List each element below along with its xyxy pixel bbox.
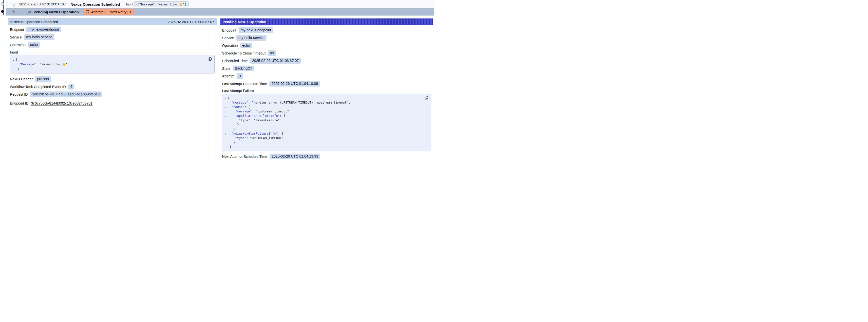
field-endpoint: Endpoint my-nexus-endpoint bbox=[222, 27, 431, 33]
retry-icon bbox=[85, 10, 89, 14]
json-line: ∨{ bbox=[224, 96, 424, 100]
input-section-label: Input bbox=[10, 50, 215, 55]
field-next-attempt-schedule-time: Next Attempt Schedule Time 2025-02-26 UT… bbox=[222, 154, 431, 159]
field-value-badge: my-nexus-endpoint bbox=[239, 27, 273, 33]
json-line: "Message": "Nexus Echo 👋" bbox=[11, 62, 207, 67]
field-service: Service my-hello-service bbox=[10, 34, 215, 40]
chevron-gutter bbox=[224, 110, 228, 114]
pending-operation-panel: Pending Nexus Operation Endpoint my-nexu… bbox=[220, 18, 433, 161]
json-line: ∨ "cause": { bbox=[224, 105, 424, 109]
event-marker-open-circle-icon bbox=[1, 2, 4, 5]
chevron-gutter bbox=[224, 127, 228, 132]
pending-operation-panel-header: Pending Nexus Operation bbox=[220, 19, 433, 25]
field-operation: Operation echo bbox=[222, 43, 431, 48]
chevron-gutter bbox=[224, 123, 228, 127]
json-line: } bbox=[11, 67, 207, 71]
pending-asterisk-icon bbox=[28, 10, 32, 14]
json-line: "type": "UPSTREAM_TIMEOUT" bbox=[224, 136, 424, 140]
field-value-badge: 3 bbox=[237, 73, 243, 79]
timeline-active-bar bbox=[3, 0, 4, 15]
field-workflow-task-completed-event-id: Workflow Task Completed Event ID 4 bbox=[10, 84, 215, 90]
field-endpoint: Endpoint my-nexus-endpoint bbox=[10, 27, 215, 32]
json-line: } bbox=[224, 145, 424, 149]
event-input-preview-chip[interactable]: {"Message":"Nexus Echo 👋"} bbox=[134, 1, 188, 7]
field-value-badge: 4 bbox=[68, 84, 74, 90]
field-value-badge: 3e829b7e-7d67-4b08-aad3-b1e868bfe9e0 bbox=[30, 92, 102, 97]
chevron-down-icon[interactable]: ∨ bbox=[224, 96, 228, 101]
attempt-retry-text: Attempt 3 · Next Retry 0s bbox=[91, 10, 131, 14]
chevron-gutter bbox=[224, 136, 228, 141]
json-line: } bbox=[224, 140, 424, 145]
copy-icon bbox=[208, 57, 212, 61]
field-scheduled-time: Scheduled Time 2025-02-26 UTC 01:03:37.0… bbox=[222, 58, 431, 64]
json-line: "message": "handler error (UPSTREAM_TIME… bbox=[224, 100, 424, 105]
chevron-gutter bbox=[11, 67, 16, 72]
field-value-badge: my-hello-service bbox=[24, 34, 54, 40]
copy-button[interactable] bbox=[208, 57, 212, 61]
copy-button[interactable] bbox=[424, 96, 429, 100]
panel-title: Pending Nexus Operation bbox=[222, 20, 266, 24]
field-value-badge: BackingOff bbox=[233, 66, 254, 71]
json-line: ∨ "nexusHandlerFailureInfo": { bbox=[224, 131, 424, 136]
field-attempt: Attempt 3 bbox=[222, 73, 431, 79]
event-id-link[interactable]: 5 bbox=[12, 10, 14, 14]
panel-timestamp: 2025-02-26 UTC 01:03:37.07 bbox=[167, 20, 214, 24]
field-value-badge: my-hello-service bbox=[236, 35, 267, 41]
field-value-badge: present bbox=[35, 76, 51, 82]
pending-event-title: Pending Nexus Operation bbox=[34, 10, 79, 14]
last-attempt-failure-label: Last Attempt Failure bbox=[222, 89, 431, 93]
chevron-gutter bbox=[224, 119, 228, 123]
chevron-down-icon[interactable]: ∨ bbox=[11, 58, 16, 62]
event-input-label: Input bbox=[126, 2, 133, 6]
json-line: "message": "upstream timeout", bbox=[224, 109, 424, 114]
attempt-retry-badge: Attempt 3 · Next Retry 0s bbox=[83, 9, 134, 15]
chevron-down-icon[interactable]: ∨ bbox=[224, 132, 228, 136]
event-row-pending-nexus-operation[interactable]: 5 Pending Nexus Operation Attempt 3 · Ne… bbox=[6, 8, 434, 15]
chevron-down-icon[interactable]: ∨ bbox=[224, 105, 228, 110]
temporal-event-history-view: 5 2025-02-26 UTC 01:03:37.07 Nexus Opera… bbox=[0, 0, 434, 161]
chevron-gutter bbox=[11, 62, 16, 67]
endpoint-id-link[interactable]: 3c0c75ccfa8144b092c13ce632463761 bbox=[31, 101, 93, 105]
field-nexus-header: Nexus Header present bbox=[10, 76, 215, 82]
event-detail-panel: 5 Nexus Operation Scheduled 2025-02-26 U… bbox=[8, 18, 217, 161]
field-value-badge: 2025-02-26 UTC 01:03:37.07 bbox=[250, 58, 301, 64]
chevron-gutter bbox=[224, 145, 228, 150]
field-endpoint-id: Endpoint ID 3c0c75ccfa8144b092c13ce63246… bbox=[10, 100, 215, 106]
json-line: "type": "NexusFailure" bbox=[224, 118, 424, 123]
field-schedule-to-close-timeout: Schedule To Close Timeout 0s bbox=[222, 50, 431, 56]
field-value-badge: 2025-02-26 UTC 01:04:13.93 bbox=[270, 154, 320, 159]
json-line: ∨{ bbox=[11, 57, 207, 62]
json-line: } bbox=[224, 123, 424, 127]
field-value-badge: echo bbox=[240, 43, 252, 48]
json-line: ∨ "applicationFailureInfo": { bbox=[224, 114, 424, 118]
field-value-badge: 2025-02-26 UTC 01:04:10.09 bbox=[270, 81, 320, 87]
chevron-down-icon[interactable]: ∨ bbox=[224, 114, 228, 119]
field-service: Service my-hello-service bbox=[222, 35, 431, 41]
field-value-badge: echo bbox=[28, 42, 40, 47]
json-line: }, bbox=[224, 127, 424, 131]
event-id-link[interactable]: 5 bbox=[12, 2, 14, 6]
field-value-badge: 0s bbox=[268, 50, 276, 56]
failure-json-viewer: ∨{ "message": "handler error (UPSTREAM_T… bbox=[222, 94, 431, 151]
field-state: State BackingOff bbox=[222, 66, 431, 71]
chevron-gutter bbox=[224, 141, 228, 145]
event-row-nexus-operation-scheduled[interactable]: 5 2025-02-26 UTC 01:03:37.07 Nexus Opera… bbox=[6, 0, 434, 8]
panel-title: 5 Nexus Operation Scheduled bbox=[10, 20, 58, 24]
field-request-id: Request ID 3e829b7e-7d67-4b08-aad3-b1e86… bbox=[10, 92, 215, 97]
event-marker-filled-circle-icon bbox=[1, 10, 4, 13]
input-json-viewer: ∨{ "Message": "Nexus Echo 👋" } bbox=[10, 55, 215, 73]
field-last-attempt-complete-time: Last Attempt Complete Time 2025-02-26 UT… bbox=[222, 81, 431, 87]
event-timestamp: 2025-02-26 UTC 01:03:37.07 bbox=[19, 2, 66, 6]
event-detail-panel-header: 5 Nexus Operation Scheduled 2025-02-26 U… bbox=[8, 19, 217, 25]
field-operation: Operation echo bbox=[10, 42, 215, 47]
chevron-gutter bbox=[224, 101, 228, 105]
copy-icon bbox=[424, 96, 429, 100]
event-title: Nexus Operation Scheduled bbox=[70, 2, 120, 6]
field-value-badge: my-nexus-endpoint bbox=[26, 27, 61, 32]
